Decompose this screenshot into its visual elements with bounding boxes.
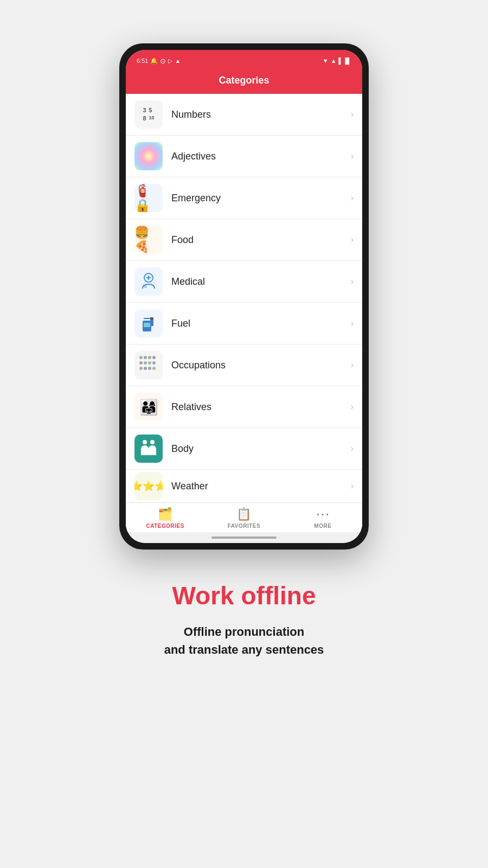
medical-svg [138,271,159,292]
svg-point-22 [150,440,155,444]
chevron-icon-body: › [351,444,354,454]
chevron-icon-numbers: › [351,110,354,119]
svg-rect-7 [150,317,153,320]
bottom-nav: 🗂️ CATEGORIES 📋 FAVORITES ⋯ MORE [126,502,362,532]
list-item[interactable]: 🍔🍕 Food › [126,219,362,261]
medical-icon [134,267,163,296]
fuel-svg [138,313,159,334]
bottom-section: Work offline Offline pronunciationand tr… [132,582,357,659]
app-header: Categories [126,69,362,94]
chevron-icon-weather: › [351,481,354,491]
category-list: 35 810 Numbers › Adjectives › 🧯🔒 Eme [126,94,362,502]
body-svg [137,437,160,461]
work-offline-title: Work offline [164,582,324,610]
category-label-relatives: Relatives [171,401,351,413]
favorites-nav-icon: 📋 [236,507,251,521]
emergency-icon: 🧯🔒 [134,184,163,212]
category-label-medical: Medical [171,276,351,288]
status-right: ▼ ▲▐ ▐▌ [323,58,351,64]
svg-point-19 [148,367,151,370]
category-label-food: Food [171,234,351,246]
list-item[interactable]: Adjectives › [126,136,362,177]
svg-point-11 [148,356,151,359]
numbers-icon-inner: 35 810 [143,107,154,122]
svg-point-13 [139,361,143,365]
nav-item-favorites[interactable]: 📋 FAVORITES [222,507,266,529]
nav-label-more: MORE [314,523,331,529]
svg-point-3 [144,285,147,288]
phone-frame: 6:51 🔔 ⊙ ▷ ▲ ▼ ▲▐ ▐▌ Categories 35 [119,43,369,550]
svg-point-9 [139,356,143,359]
status-left: 6:51 🔔 ⊙ ▷ ▲ [137,57,181,65]
list-item[interactable]: 👨‍👩‍👧 Relatives › [126,386,362,428]
svg-point-14 [144,361,147,365]
chevron-icon-adjectives: › [351,151,354,161]
more-nav-icon: ⋯ [316,507,330,521]
chevron-icon-emergency: › [351,193,354,203]
list-item[interactable]: Occupations › [126,344,362,386]
list-item[interactable]: Fuel › [126,303,362,344]
home-indicator [126,532,362,543]
occupations-svg [137,353,160,377]
chevron-icon-fuel: › [351,318,354,328]
body-icon [134,435,163,463]
list-item[interactable]: ⭐⭐⭐ Weather › [126,470,362,502]
category-label-fuel: Fuel [171,318,351,329]
wifi-icon: ▼ [323,58,329,64]
status-time: 6:51 [137,58,148,64]
svg-rect-5 [144,323,150,327]
list-item[interactable]: Medical › [126,261,362,303]
food-icon: 🍔🍕 [134,226,163,254]
status-icon-play: ▷ [168,58,172,65]
status-bar: 6:51 🔔 ⊙ ▷ ▲ ▼ ▲▐ ▐▌ [126,50,362,69]
nav-item-categories[interactable]: 🗂️ CATEGORIES [144,507,187,529]
category-label-emergency: Emergency [171,193,351,204]
work-offline-subtitle: Offline pronunciationand translate any s… [164,623,324,659]
home-bar [211,537,277,539]
svg-point-12 [152,356,156,359]
adjectives-icon [134,142,163,170]
chevron-icon-occupations: › [351,360,354,370]
battery-icon: ▐▌ [343,58,351,64]
svg-point-15 [148,361,151,365]
svg-point-10 [144,356,147,359]
category-label-numbers: Numbers [171,109,351,120]
header-title: Categories [126,75,362,86]
weather-icon: ⭐⭐⭐ [134,472,163,500]
list-item[interactable]: Body › [126,428,362,470]
nav-item-more[interactable]: ⋯ MORE [301,507,344,529]
categories-nav-icon: 🗂️ [158,507,172,521]
svg-rect-6 [150,318,153,326]
category-label-body: Body [171,443,351,455]
nav-label-categories: CATEGORIES [146,523,184,529]
list-item[interactable]: 35 810 Numbers › [126,94,362,136]
relatives-icon: 👨‍👩‍👧 [134,393,163,421]
chevron-icon-medical: › [351,277,354,286]
chevron-icon-relatives: › [351,402,354,412]
svg-point-17 [139,367,143,370]
signal-icon: ▲▐ [331,58,341,64]
list-item[interactable]: 🧯🔒 Emergency › [126,177,362,219]
numbers-icon: 35 810 [134,100,163,129]
svg-point-16 [152,361,156,365]
chevron-icon-food: › [351,235,354,245]
status-icon-notif: 🔔 [150,58,158,65]
fuel-icon [134,309,163,337]
status-icon-dot: ⊙ [160,57,166,65]
svg-point-18 [144,367,147,370]
svg-point-20 [152,367,156,370]
occupations-icon [134,351,163,379]
status-icon-arrow: ▲ [175,58,181,64]
svg-point-21 [143,440,147,444]
category-label-occupations: Occupations [171,360,351,371]
category-label-adjectives: Adjectives [171,151,351,162]
nav-label-favorites: FAVORITES [228,523,260,529]
phone-inner: 6:51 🔔 ⊙ ▷ ▲ ▼ ▲▐ ▐▌ Categories 35 [126,50,362,543]
category-label-weather: Weather [171,481,351,492]
